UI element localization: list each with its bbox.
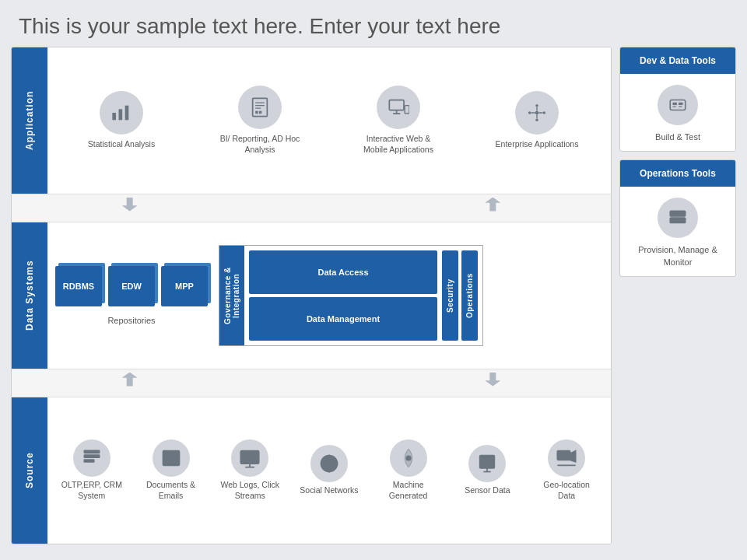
sensor-icon (468, 445, 506, 482)
security-col: Security (442, 250, 458, 341)
source-label: Source (12, 397, 47, 544)
governance-box: Governance & Integration Data Access Dat… (219, 245, 483, 346)
arrow-down-2 (479, 373, 507, 394)
svg-point-48 (682, 213, 683, 215)
stat-analysis-icon (100, 91, 143, 135)
enterprise-apps-block: Enterprise Applications (494, 91, 580, 150)
sensor-label: Sensor Data (465, 485, 510, 496)
svg-rect-29 (241, 451, 259, 464)
svg-rect-24 (83, 455, 100, 459)
ops-tools-body: Provision, Manage & Monitor (620, 187, 735, 276)
governance-label: Governance & Integration (219, 246, 244, 345)
enterprise-apps-icon (515, 91, 559, 135)
source-content: OLTP,ERP, CRM System Documents & Emails (47, 397, 611, 544)
operations-col: Operations (461, 250, 478, 341)
arrow-row-2 (12, 369, 611, 397)
data-access-btn: Data Access (249, 250, 437, 294)
svg-rect-9 (389, 100, 404, 110)
oltp-label: OLTP,ERP, CRM System (60, 480, 124, 501)
machine-block: Machine Generated (377, 439, 440, 501)
svg-rect-23 (83, 450, 100, 454)
dev-tools-card: Dev & Data Tools Build & Test (619, 47, 736, 152)
svg-point-34 (405, 456, 411, 461)
repositories-group: RDBMS EDW MPP Repositories (55, 266, 208, 325)
svg-rect-39 (557, 451, 570, 460)
svg-rect-3 (253, 99, 268, 117)
documents-label: Documents & Emails (139, 480, 203, 501)
oltp-block: OLTP,ERP, CRM System (60, 439, 124, 501)
arrow-up-2 (116, 373, 144, 394)
svg-point-18 (543, 111, 546, 114)
enterprise-apps-label: Enterprise Applications (496, 139, 579, 150)
svg-rect-43 (679, 103, 682, 105)
svg-point-27 (166, 458, 170, 462)
geo-block: Geo-location Data (535, 439, 598, 501)
gov-side-cols: Security Operations (442, 246, 482, 345)
datasystems-content: RDBMS EDW MPP Repositories (47, 222, 611, 369)
svg-rect-26 (163, 451, 179, 466)
svg-rect-25 (83, 460, 94, 464)
svg-point-14 (535, 111, 539, 115)
bi-reporting-icon (238, 86, 282, 129)
application-section: Application Statistical Analysis BI/ Rep… (12, 47, 611, 194)
documents-icon (153, 439, 190, 477)
header: This is your sample text here. Enter you… (0, 0, 747, 47)
social-icon (310, 445, 348, 482)
datasystems-section: Data Systems RDBMS EDW MPP (12, 222, 611, 369)
rdbms-box: RDBMS (55, 266, 102, 306)
dev-tools-icon (658, 85, 698, 125)
svg-point-13 (407, 113, 408, 114)
ops-tools-label: Provision, Manage & Monitor (626, 244, 729, 268)
oltp-icon (73, 439, 110, 477)
repositories-label: Repositories (55, 316, 208, 325)
arrow-up-1 (479, 198, 507, 219)
svg-rect-42 (673, 103, 677, 105)
svg-rect-41 (670, 100, 686, 110)
svg-rect-1 (119, 110, 123, 121)
header-title: This is your sample text here. Enter you… (19, 14, 500, 38)
application-content: Statistical Analysis BI/ Reporting, AD H… (47, 47, 611, 194)
bi-reporting-label: BI/ Reporting, AD Hoc Analysis (217, 134, 303, 155)
mpp-box: MPP (161, 266, 208, 306)
datasystems-label: Data Systems (12, 222, 47, 369)
repo-boxes: RDBMS EDW MPP (55, 266, 208, 306)
machine-icon (390, 439, 427, 477)
svg-point-17 (528, 111, 531, 114)
social-block: Social Networks (297, 445, 361, 496)
svg-point-49 (682, 220, 683, 222)
governance-inner: Data Access Data Management (244, 246, 442, 345)
main-area: Application Statistical Analysis BI/ Rep… (0, 47, 747, 544)
svg-rect-8 (259, 111, 262, 114)
social-label: Social Networks (300, 485, 358, 496)
arrow-down-1 (116, 198, 144, 219)
svg-rect-7 (255, 111, 258, 114)
ops-tools-icon (658, 198, 698, 238)
svg-point-15 (535, 104, 538, 107)
sensor-block: Sensor Data (455, 445, 519, 496)
page-wrapper: This is your sample text here. Enter you… (0, 0, 747, 544)
stat-analysis-label: Statistical Analysis (88, 139, 155, 150)
ops-tools-header: Operations Tools (620, 160, 735, 187)
arrow-row-1 (12, 194, 611, 222)
weblogs-icon (231, 439, 268, 477)
geo-icon (548, 439, 585, 477)
dev-tools-label: Build & Test (655, 131, 700, 143)
weblogs-label: Web Logs, Click Streams (218, 480, 282, 501)
svg-rect-0 (112, 113, 116, 120)
svg-point-16 (535, 119, 538, 122)
edw-label: EDW (121, 282, 142, 291)
web-mobile-block: Interactive Web & Mobile Applications (356, 86, 441, 155)
documents-block: Documents & Emails (139, 439, 203, 501)
rdbms-label: RDBMS (63, 282, 94, 291)
application-label: Application (12, 47, 47, 194)
diagram-area: Application Statistical Analysis BI/ Rep… (11, 47, 612, 544)
svg-rect-2 (125, 106, 129, 121)
web-mobile-icon (377, 86, 420, 129)
edw-box: EDW (108, 266, 155, 306)
geo-label: Geo-location Data (535, 480, 598, 501)
data-management-btn: Data Management (249, 297, 437, 341)
ops-tools-card: Operations Tools Provision, Manage & Mon… (619, 159, 736, 277)
mpp-label: MPP (175, 282, 194, 291)
stat-analysis-block: Statistical Analysis (79, 91, 164, 150)
source-section: Source OLTP,ERP, CRM System (12, 397, 611, 544)
